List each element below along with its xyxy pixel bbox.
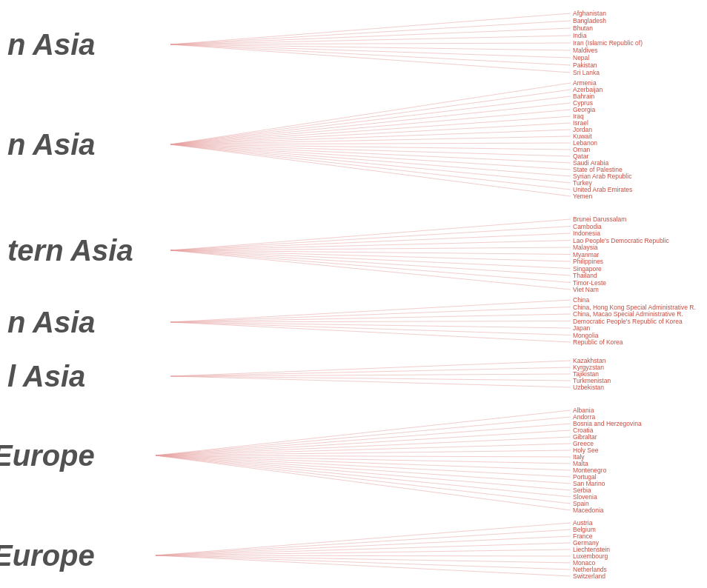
country-label: Timor-Leste [573, 279, 606, 287]
region-label: n Asia [7, 28, 96, 61]
fan-line [156, 529, 571, 555]
country-label: China, Macao Special Administrative R. [573, 310, 683, 318]
fan-line [170, 307, 571, 323]
fan-line [156, 555, 571, 563]
country-label: Brunei Darussalam [573, 216, 626, 223]
fan-line [170, 123, 571, 144]
fan-line [170, 44, 571, 73]
fan-line [170, 250, 571, 283]
country-label: Republic of Korea [573, 338, 623, 346]
fan-line [170, 322, 571, 335]
main-chart: n AsiaAfghanistanBangladeshBhutanIndiaIr… [0, 0, 707, 588]
country-label: Switzerland [573, 572, 605, 580]
region-label: tern Asia [7, 234, 133, 267]
country-label: Philippines [573, 258, 603, 265]
country-label: Singapore [573, 265, 602, 273]
country-label: Sri Lanka [573, 69, 600, 76]
country-label: Iran (Islamic Republic of) [573, 39, 643, 47]
fan-line [170, 44, 571, 58]
fan-line [170, 300, 571, 322]
chart-container: n AsiaAfghanistanBangladeshBhutanIndiaIr… [0, 0, 707, 588]
fan-line [170, 250, 571, 255]
country-label: Uzbekistan [573, 384, 604, 391]
fan-line [170, 219, 571, 250]
region-label: Europe [0, 439, 95, 472]
fan-line [170, 227, 571, 251]
fan-line [170, 21, 571, 44]
country-label: Nepal [573, 54, 589, 61]
country-label: Cambodia [573, 223, 602, 230]
fan-line [156, 410, 571, 455]
fan-line [156, 455, 571, 490]
country-label: Indonesia [573, 230, 600, 237]
region-label: Europe [0, 539, 95, 572]
country-label: Myanmar [573, 251, 600, 258]
fan-line [170, 28, 571, 44]
fan-line [170, 144, 571, 170]
fan-line [156, 555, 571, 569]
country-label: India [573, 32, 587, 39]
country-label: China, Hong Kong Special Administrative … [573, 304, 696, 311]
country-label: Afghanistan [573, 10, 606, 17]
fan-line [170, 110, 571, 144]
country-label: Macedonia [573, 507, 604, 514]
country-label: Lao People's Democratic Republic [573, 237, 669, 244]
fan-line [170, 144, 571, 196]
country-label: Bangladesh [573, 17, 606, 24]
fan-line [156, 455, 571, 497]
region-label: n Asia [7, 306, 96, 338]
country-label: Bhutan [573, 24, 593, 32]
country-label: Japan [573, 324, 590, 332]
fan-line [170, 103, 571, 144]
fan-line [156, 555, 571, 556]
country-label: Maldives [573, 47, 598, 54]
fan-line [170, 376, 571, 381]
fan-line [170, 250, 571, 290]
fan-line [170, 250, 571, 261]
fan-line [170, 144, 571, 190]
fan-line [156, 555, 571, 576]
fan-line [156, 543, 571, 555]
country-label: Pakistan [573, 61, 597, 69]
fan-line [170, 83, 571, 144]
fan-line [156, 455, 571, 477]
fan-line [156, 430, 571, 455]
region-label: n Asia [7, 128, 96, 161]
fan-line [170, 250, 571, 269]
region-label: l Asia [7, 360, 85, 392]
fan-line [170, 376, 571, 387]
country-label: Viet Nam [573, 286, 599, 293]
country-label: Yemen [573, 193, 592, 200]
country-label: China [573, 296, 589, 304]
country-label: Democratic People's Republic of Korea [573, 318, 683, 325]
country-label: Malaysia [573, 244, 598, 251]
country-label: Mongolia [573, 332, 599, 339]
country-label: Thailand [573, 272, 597, 279]
fan-line [170, 90, 571, 144]
fan-line [170, 250, 571, 275]
fan-line [156, 455, 571, 510]
